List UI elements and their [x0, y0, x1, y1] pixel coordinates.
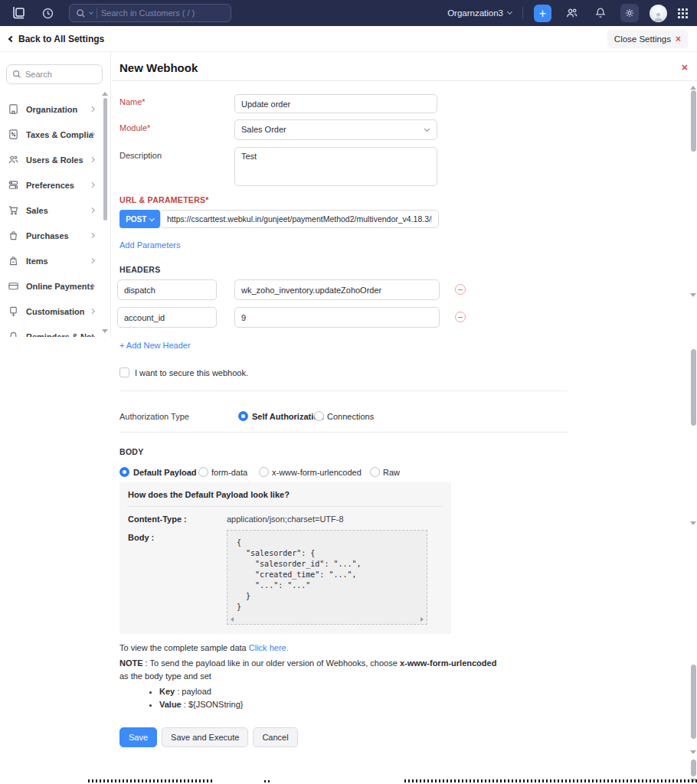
- sidebar-scroll-up-icon[interactable]: [102, 92, 108, 96]
- avatar[interactable]: [650, 5, 667, 22]
- module-select[interactable]: Sales Order: [234, 119, 437, 140]
- default-payload-radio[interactable]: [119, 467, 129, 477]
- search-scope-chevron-icon[interactable]: [89, 10, 93, 15]
- close-icon[interactable]: ×: [682, 63, 688, 72]
- x-www-form-urlencoded-radio[interactable]: [259, 467, 269, 477]
- header-key-input[interactable]: [117, 307, 217, 328]
- form-data-radio[interactable]: [198, 467, 208, 477]
- webhook-url-input[interactable]: [160, 210, 439, 228]
- scroll-down-icon[interactable]: [690, 293, 696, 297]
- global-search[interactable]: [69, 4, 231, 22]
- back-to-settings-link[interactable]: Back to All Settings: [9, 34, 104, 44]
- inventory-logo-icon[interactable]: [9, 4, 28, 22]
- sidebar-item-label: Online Payments: [26, 282, 93, 291]
- content-type-label: Content-Type :: [128, 514, 187, 524]
- sidebar-search-input[interactable]: [25, 70, 97, 79]
- sidebar-item-users-roles[interactable]: Users & Roles: [0, 147, 106, 172]
- sidebar-scroll-down-icon[interactable]: [102, 329, 108, 333]
- users-icon[interactable]: [562, 4, 581, 22]
- save-button[interactable]: Save: [119, 727, 157, 747]
- divider: [127, 506, 443, 507]
- scroll-down-icon[interactable]: [690, 521, 696, 525]
- bell-icon[interactable]: [591, 4, 610, 22]
- default-payload-preview: How does the Default Payload look like? …: [119, 482, 451, 634]
- quick-create-button[interactable]: +: [534, 5, 551, 22]
- history-icon[interactable]: [38, 4, 57, 22]
- artifact-strip: [404, 779, 697, 782]
- panel-title-row: New Webhook ×: [112, 52, 697, 81]
- sidebar-search[interactable]: [6, 64, 103, 84]
- sidebar-item-label: Sales: [26, 206, 48, 215]
- customisation-icon: [8, 305, 19, 317]
- scroll-right-icon[interactable]: [420, 617, 424, 622]
- sidebar-item-label: Reminders & Noti...: [26, 332, 93, 338]
- raw-radio[interactable]: [370, 467, 380, 477]
- payload-question: How does the Default Payload look like?: [128, 490, 290, 499]
- settings-gear-button[interactable]: [620, 4, 639, 22]
- org-switcher[interactable]: Orgarnzation3: [447, 8, 512, 18]
- chevron-right-icon: [90, 233, 94, 237]
- sidebar-item-online-payments[interactable]: Online Payments: [0, 273, 106, 299]
- connections-radio[interactable]: [314, 411, 324, 421]
- apps-grid-icon[interactable]: [678, 8, 688, 18]
- raw-label: Raw: [383, 468, 400, 477]
- divider: [119, 432, 568, 433]
- purchases-bag-icon: [8, 230, 19, 241]
- secure-webhook-checkbox[interactable]: [119, 368, 129, 377]
- add-parameters-link[interactable]: Add Parameters: [119, 240, 180, 250]
- remove-header-icon[interactable]: [455, 284, 466, 295]
- sidebar-item-label: Preferences: [26, 181, 74, 190]
- http-method-value: POST: [126, 215, 146, 224]
- click-here-link[interactable]: Click here.: [249, 643, 289, 652]
- scrollbar-thumb[interactable]: [691, 90, 696, 152]
- artifact-strip: [88, 779, 214, 782]
- close-settings-button[interactable]: Close Settings ×: [607, 30, 688, 48]
- sidebar-item-organization[interactable]: Organization: [0, 96, 106, 122]
- chevron-down-icon: [149, 216, 154, 220]
- module-label: Module*: [119, 123, 150, 132]
- module-selected-value: Sales Order: [241, 125, 286, 134]
- header-value-input[interactable]: [234, 307, 440, 328]
- bullet-colon: :: [182, 700, 188, 709]
- save-and-execute-button[interactable]: Save and Execute: [162, 727, 248, 747]
- scrollbar-thumb[interactable]: [691, 665, 696, 739]
- add-new-header-link[interactable]: + Add New Header: [119, 341, 191, 350]
- note-bullet-key: Key : payload: [159, 685, 499, 698]
- default-payload-label: Default Payload: [133, 468, 197, 477]
- bullet-colon: :: [175, 687, 182, 696]
- sidebar-item-preferences[interactable]: Preferences: [0, 172, 106, 198]
- scroll-up-icon[interactable]: [690, 86, 696, 90]
- sidebar-item-taxes[interactable]: Taxes & Complia...: [0, 122, 106, 147]
- header-value-input[interactable]: [234, 279, 440, 300]
- sidebar-item-label: Items: [26, 256, 48, 266]
- bullet-value-value: ${JSONString}: [188, 700, 244, 709]
- note-bullet-value: Value : ${JSONString}: [159, 698, 499, 711]
- sample-data-line: To view the complete sample data Click h…: [119, 643, 289, 652]
- body-label: Body :: [128, 533, 154, 542]
- sidebar-item-sales[interactable]: Sales: [0, 198, 106, 223]
- sidebar-item-customisation[interactable]: Customisation: [0, 299, 106, 324]
- scrollbar-thumb[interactable]: [691, 349, 696, 426]
- self-authorization-radio[interactable]: [238, 411, 248, 421]
- header-key-input[interactable]: [117, 279, 217, 300]
- gear-icon: [624, 8, 635, 18]
- new-webhook-panel: New Webhook × Name* Module* Sales Order …: [112, 52, 697, 784]
- name-input[interactable]: [234, 94, 437, 113]
- payload-code-box[interactable]: { "salesorder": { "salesorder_id": "..."…: [227, 530, 427, 625]
- sidebar-item-items[interactable]: Items: [0, 248, 106, 273]
- scroll-left-icon[interactable]: [231, 617, 234, 622]
- form-data-label: form-data: [211, 468, 247, 477]
- person-icon: [653, 11, 664, 22]
- cancel-button[interactable]: Cancel: [253, 727, 297, 747]
- sidebar-item-purchases[interactable]: Purchases: [0, 223, 106, 248]
- scrollbar-thumb[interactable]: [691, 760, 696, 776]
- remove-header-icon[interactable]: [455, 312, 466, 322]
- url-parameters-label: URL & PARAMETERS*: [119, 195, 209, 204]
- sidebar-scrollbar-thumb[interactable]: [103, 98, 107, 220]
- form-actions: Save Save and Execute Cancel: [119, 727, 298, 747]
- sidebar-item-reminders[interactable]: Reminders & Noti...: [0, 324, 106, 337]
- global-search-input[interactable]: [101, 8, 224, 18]
- http-method-select[interactable]: POST: [119, 210, 160, 228]
- description-textarea[interactable]: Test: [234, 147, 437, 186]
- scroll-down-icon[interactable]: [690, 750, 696, 754]
